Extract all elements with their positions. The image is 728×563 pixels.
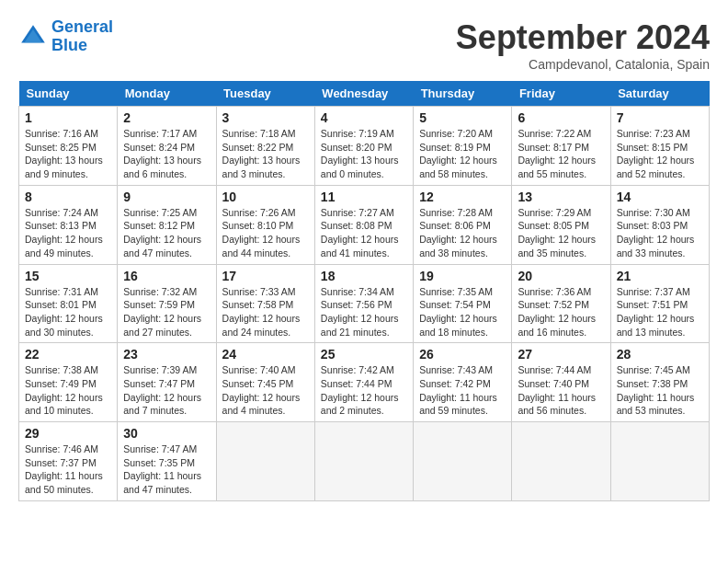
day-number: 23 [123, 347, 210, 362]
calendar-cell: 5Sunrise: 7:20 AMSunset: 8:19 PMDaylight… [414, 107, 512, 186]
calendar-week-row: 29Sunrise: 7:46 AMSunset: 7:37 PMDayligh… [19, 422, 710, 501]
calendar-cell: 15Sunrise: 7:31 AMSunset: 8:01 PMDayligh… [19, 264, 118, 343]
day-info: Sunrise: 7:30 AMSunset: 8:03 PMDaylight:… [617, 206, 703, 260]
calendar-cell: 27Sunrise: 7:44 AMSunset: 7:40 PMDayligh… [512, 343, 610, 422]
day-info: Sunrise: 7:34 AMSunset: 7:56 PMDaylight:… [321, 285, 407, 339]
day-number: 15 [25, 269, 111, 283]
day-info: Sunrise: 7:31 AMSunset: 8:01 PMDaylight:… [25, 285, 111, 339]
day-info: Sunrise: 7:28 AMSunset: 8:06 PMDaylight:… [419, 206, 506, 260]
calendar-week-row: 1Sunrise: 7:16 AMSunset: 8:25 PMDaylight… [19, 107, 710, 186]
calendar-cell: 6Sunrise: 7:22 AMSunset: 8:17 PMDaylight… [512, 107, 610, 186]
day-number: 16 [123, 269, 210, 283]
calendar-cell: 25Sunrise: 7:42 AMSunset: 7:44 PMDayligh… [314, 343, 413, 422]
day-info: Sunrise: 7:29 AMSunset: 8:05 PMDaylight:… [518, 206, 604, 260]
dow-header-wednesday: Wednesday [314, 81, 413, 107]
day-number: 19 [419, 269, 506, 283]
day-info: Sunrise: 7:40 AMSunset: 7:45 PMDaylight:… [222, 363, 309, 418]
day-info: Sunrise: 7:45 AMSunset: 7:38 PMDaylight:… [617, 363, 703, 418]
calendar-cell [216, 422, 314, 501]
day-number: 24 [222, 347, 309, 362]
dow-header-monday: Monday [118, 81, 216, 107]
title-area: September 2024 Campdevanol, Catalonia, S… [456, 18, 710, 72]
dow-header-thursday: Thursday [414, 81, 512, 107]
day-info: Sunrise: 7:39 AMSunset: 7:47 PMDaylight:… [123, 363, 210, 418]
day-info: Sunrise: 7:19 AMSunset: 8:20 PMDaylight:… [321, 127, 407, 181]
day-number: 13 [518, 190, 604, 204]
calendar-cell: 17Sunrise: 7:33 AMSunset: 7:58 PMDayligh… [216, 264, 314, 343]
dow-header-tuesday: Tuesday [216, 81, 314, 107]
month-title: September 2024 [456, 18, 710, 57]
dow-header-sunday: Sunday [19, 81, 118, 107]
day-info: Sunrise: 7:16 AMSunset: 8:25 PMDaylight:… [25, 127, 111, 181]
calendar-cell: 2Sunrise: 7:17 AMSunset: 8:24 PMDaylight… [118, 107, 216, 186]
subtitle: Campdevanol, Catalonia, Spain [456, 57, 710, 72]
calendar-cell: 28Sunrise: 7:45 AMSunset: 7:38 PMDayligh… [610, 343, 709, 422]
day-info: Sunrise: 7:43 AMSunset: 7:42 PMDaylight:… [419, 363, 506, 418]
day-info: Sunrise: 7:37 AMSunset: 7:51 PMDaylight:… [617, 285, 703, 339]
calendar-cell: 26Sunrise: 7:43 AMSunset: 7:42 PMDayligh… [414, 343, 512, 422]
calendar-cell: 22Sunrise: 7:38 AMSunset: 7:49 PMDayligh… [19, 343, 118, 422]
calendar-cell: 8Sunrise: 7:24 AMSunset: 8:13 PMDaylight… [19, 185, 118, 264]
calendar-week-row: 22Sunrise: 7:38 AMSunset: 7:49 PMDayligh… [19, 343, 710, 422]
calendar-cell: 3Sunrise: 7:18 AMSunset: 8:22 PMDaylight… [216, 107, 314, 186]
day-number: 3 [222, 110, 309, 125]
calendar-cell: 1Sunrise: 7:16 AMSunset: 8:25 PMDaylight… [19, 107, 118, 186]
day-number: 18 [321, 269, 407, 283]
calendar-cell: 18Sunrise: 7:34 AMSunset: 7:56 PMDayligh… [314, 264, 413, 343]
calendar-cell: 24Sunrise: 7:40 AMSunset: 7:45 PMDayligh… [216, 343, 314, 422]
day-info: Sunrise: 7:26 AMSunset: 8:10 PMDaylight:… [222, 206, 309, 260]
logo-line2: Blue [51, 36, 87, 54]
day-info: Sunrise: 7:38 AMSunset: 7:49 PMDaylight:… [25, 363, 111, 418]
calendar-cell [610, 422, 709, 501]
calendar-cell [512, 422, 610, 501]
header: General Blue September 2024 Campdevanol,… [18, 18, 710, 72]
day-info: Sunrise: 7:44 AMSunset: 7:40 PMDaylight:… [518, 363, 604, 418]
day-number: 29 [25, 426, 111, 441]
calendar-cell [414, 422, 512, 501]
day-number: 4 [321, 110, 407, 125]
calendar-week-row: 8Sunrise: 7:24 AMSunset: 8:13 PMDaylight… [19, 185, 710, 264]
day-number: 7 [617, 110, 703, 125]
calendar-cell: 9Sunrise: 7:25 AMSunset: 8:12 PMDaylight… [118, 185, 216, 264]
calendar-cell: 23Sunrise: 7:39 AMSunset: 7:47 PMDayligh… [118, 343, 216, 422]
day-info: Sunrise: 7:33 AMSunset: 7:58 PMDaylight:… [222, 285, 309, 339]
day-number: 14 [617, 190, 703, 204]
day-number: 22 [25, 347, 111, 362]
calendar-cell: 16Sunrise: 7:32 AMSunset: 7:59 PMDayligh… [118, 264, 216, 343]
calendar-cell: 21Sunrise: 7:37 AMSunset: 7:51 PMDayligh… [610, 264, 709, 343]
calendar-cell [314, 422, 413, 501]
day-number: 8 [25, 190, 111, 204]
calendar-cell: 19Sunrise: 7:35 AMSunset: 7:54 PMDayligh… [414, 264, 512, 343]
calendar-cell: 14Sunrise: 7:30 AMSunset: 8:03 PMDayligh… [610, 185, 709, 264]
day-info: Sunrise: 7:23 AMSunset: 8:15 PMDaylight:… [617, 127, 703, 181]
day-info: Sunrise: 7:32 AMSunset: 7:59 PMDaylight:… [123, 285, 210, 339]
day-info: Sunrise: 7:35 AMSunset: 7:54 PMDaylight:… [419, 285, 506, 339]
day-number: 25 [321, 347, 407, 362]
day-info: Sunrise: 7:25 AMSunset: 8:12 PMDaylight:… [123, 206, 210, 260]
day-of-week-row: SundayMondayTuesdayWednesdayThursdayFrid… [19, 81, 710, 107]
calendar-body: 1Sunrise: 7:16 AMSunset: 8:25 PMDaylight… [19, 107, 710, 501]
day-info: Sunrise: 7:36 AMSunset: 7:52 PMDaylight:… [518, 285, 604, 339]
logo: General Blue [18, 18, 113, 55]
calendar-cell: 4Sunrise: 7:19 AMSunset: 8:20 PMDaylight… [314, 107, 413, 186]
day-number: 30 [123, 426, 210, 441]
calendar-cell: 30Sunrise: 7:47 AMSunset: 7:35 PMDayligh… [118, 422, 216, 501]
day-number: 17 [222, 269, 309, 283]
day-number: 10 [222, 190, 309, 204]
day-number: 5 [419, 110, 506, 125]
day-number: 21 [617, 269, 703, 283]
day-number: 11 [321, 190, 407, 204]
calendar-table: SundayMondayTuesdayWednesdayThursdayFrid… [18, 81, 710, 501]
day-number: 28 [617, 347, 703, 362]
day-number: 26 [419, 347, 506, 362]
day-number: 6 [518, 110, 604, 125]
logo-line1: General [51, 17, 113, 36]
dow-header-saturday: Saturday [610, 81, 709, 107]
calendar-cell: 7Sunrise: 7:23 AMSunset: 8:15 PMDaylight… [610, 107, 709, 186]
day-number: 27 [518, 347, 604, 362]
day-number: 20 [518, 269, 604, 283]
calendar-week-row: 15Sunrise: 7:31 AMSunset: 8:01 PMDayligh… [19, 264, 710, 343]
day-number: 2 [123, 110, 210, 125]
day-info: Sunrise: 7:17 AMSunset: 8:24 PMDaylight:… [123, 127, 210, 181]
day-info: Sunrise: 7:22 AMSunset: 8:17 PMDaylight:… [518, 127, 604, 181]
